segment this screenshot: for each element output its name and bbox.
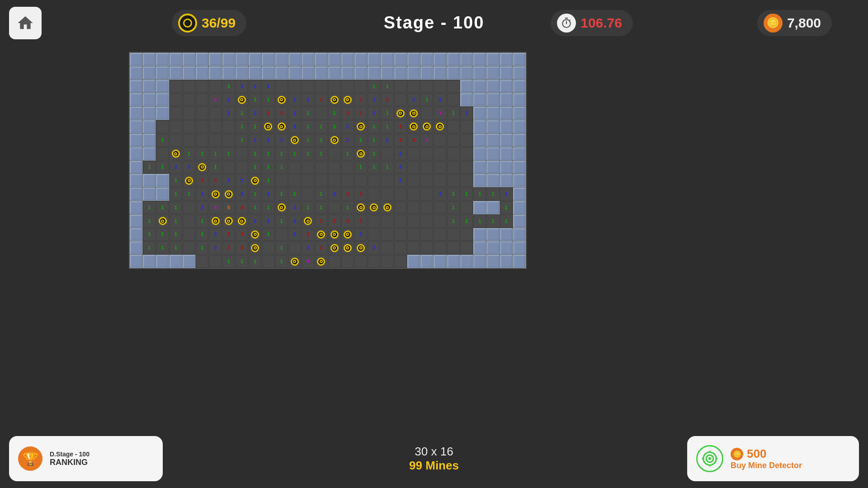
grid-cell[interactable]: 1 [156,241,169,254]
grid-cell[interactable] [368,66,380,80]
grid-cell[interactable]: 1 [249,201,261,214]
grid-cell[interactable] [434,255,446,268]
grid-cell[interactable] [143,134,156,147]
grid-cell[interactable] [315,161,327,174]
grid-cell[interactable] [420,255,433,268]
grid-cell[interactable]: 2 [236,174,248,187]
grid-cell[interactable] [407,161,420,174]
grid-cell[interactable] [130,188,142,201]
grid-cell[interactable] [236,147,248,160]
grid-cell[interactable] [130,215,142,228]
grid-cell[interactable]: 1 [302,120,314,133]
grid-cell[interactable] [143,53,156,66]
grid-cell[interactable] [302,188,314,201]
grid-cell[interactable] [368,174,380,187]
grid-cell[interactable] [500,107,513,120]
grid-cell[interactable] [447,120,460,133]
grid-cell[interactable] [236,93,248,106]
grid-cell[interactable]: 1 [156,161,169,174]
grid-cell[interactable] [381,188,393,201]
grid-cell[interactable]: 5 [222,201,235,214]
grid-cell[interactable]: 2 [368,107,380,120]
grid-cell[interactable] [143,255,156,268]
grid-cell[interactable] [381,174,393,187]
grid-cell[interactable]: 3 [407,134,420,147]
grid-cell[interactable] [473,147,486,160]
grid-cell[interactable] [500,80,513,93]
grid-cell[interactable] [328,80,341,93]
grid-cell[interactable] [407,107,420,120]
grid-cell[interactable]: 3 [394,134,407,147]
grid-cell[interactable] [341,53,354,66]
grid-cell[interactable] [275,93,288,106]
grid-cell[interactable] [420,161,433,174]
grid-cell[interactable] [460,134,473,147]
grid-cell[interactable] [209,53,222,66]
grid-cell[interactable]: 1 [381,161,393,174]
grid-cell[interactable] [183,255,195,268]
grid-cell[interactable]: 1 [196,147,208,160]
grid-cell[interactable]: 1 [473,188,486,201]
grid-cell[interactable]: 1 [183,147,195,160]
grid-cell[interactable] [170,93,182,106]
grid-cell[interactable] [156,255,169,268]
grid-cell[interactable] [209,188,222,201]
grid-cell[interactable] [394,80,407,93]
grid-cell[interactable] [486,66,499,80]
grid-cell[interactable]: 1 [302,201,314,214]
grid-cell[interactable] [447,255,460,268]
grid-cell[interactable]: 2 [394,161,407,174]
grid-cell[interactable] [315,53,327,66]
grid-cell[interactable] [394,188,407,201]
grid-cell[interactable] [486,93,499,106]
grid-cell[interactable]: 1 [196,215,208,228]
grid-cell[interactable] [407,120,420,133]
grid-cell[interactable] [130,53,142,66]
grid-cell[interactable] [183,174,195,187]
grid-cell[interactable] [288,174,301,187]
grid-cell[interactable]: 3 [209,174,222,187]
grid-cell[interactable] [394,241,407,254]
grid-cell[interactable]: 2 [262,134,274,147]
grid-cell[interactable] [262,241,274,254]
grid-cell[interactable]: 1 [249,120,261,133]
grid-cell[interactable]: 2 [236,188,248,201]
grid-cell[interactable] [500,53,513,66]
grid-cell[interactable]: 2 [209,241,222,254]
grid-cell[interactable]: 2 [341,120,354,133]
grid-cell[interactable] [434,53,446,66]
grid-cell[interactable]: 1 [143,201,156,214]
grid-cell[interactable] [196,53,208,66]
grid-cell[interactable] [130,241,142,254]
grid-cell[interactable]: 1 [156,228,169,241]
grid-cell[interactable] [473,80,486,93]
grid-cell[interactable]: 3 [236,228,248,241]
grid-cell[interactable] [262,255,274,268]
grid-cell[interactable]: 3 [341,215,354,228]
grid-cell[interactable] [473,161,486,174]
grid-cell[interactable] [486,174,499,187]
grid-cell[interactable] [354,147,367,160]
grid-cell[interactable]: 3 [196,174,208,187]
grid-cell[interactable]: 1 [275,147,288,160]
grid-cell[interactable] [354,201,367,214]
grid-cell[interactable]: 2 [500,188,513,201]
grid-cell[interactable] [328,147,341,160]
grid-cell[interactable] [473,134,486,147]
grid-cell[interactable] [170,53,182,66]
grid-cell[interactable] [460,120,473,133]
grid-cell[interactable] [420,241,433,254]
grid-cell[interactable] [302,161,314,174]
grid-cell[interactable] [447,147,460,160]
grid-cell[interactable] [473,174,486,187]
grid-cell[interactable]: 1 [170,201,182,214]
grid-cell[interactable]: 1 [500,215,513,228]
grid-cell[interactable] [156,215,169,228]
grid-cell[interactable] [420,80,433,93]
grid-cell[interactable] [143,107,156,120]
grid-cell[interactable]: 2 [249,80,261,93]
grid-cell[interactable]: 1 [143,228,156,241]
grid-cell[interactable]: 3 [354,215,367,228]
grid-cell[interactable] [381,241,393,254]
grid-cell[interactable]: 3 [354,93,367,106]
